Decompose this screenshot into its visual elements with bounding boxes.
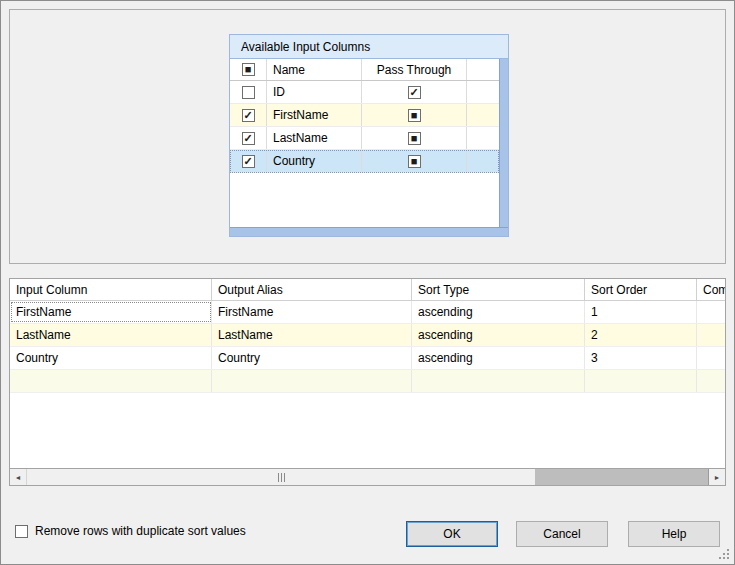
select-all-cell[interactable]: ■ xyxy=(230,59,267,80)
pass-through-checkbox[interactable]: ✓ xyxy=(408,86,421,99)
help-button[interactable]: Help xyxy=(628,521,720,547)
sort-type-header[interactable]: Sort Type xyxy=(412,279,585,300)
sort-settings-grid: Input Column Output Alias Sort Type Sort… xyxy=(9,278,726,486)
column-row-country[interactable]: ✓ Country ■ xyxy=(230,150,499,173)
sort-order-header[interactable]: Sort Order xyxy=(585,279,697,300)
pass-through-cell[interactable]: ■ xyxy=(362,104,467,126)
sort-order-cell[interactable]: 2 xyxy=(585,324,697,346)
column-name-label: ID xyxy=(267,81,362,103)
comparison-flags-cell[interactable] xyxy=(697,347,725,369)
row-filler xyxy=(467,127,499,149)
ok-button[interactable]: OK xyxy=(406,521,498,547)
remove-duplicates-label[interactable]: Remove rows with duplicate sort values xyxy=(35,524,246,538)
remove-duplicates-checkbox[interactable] xyxy=(15,525,28,538)
resize-grip-icon xyxy=(718,548,720,550)
scroll-right-arrow-icon: ► xyxy=(714,474,721,481)
column-checkbox-cell[interactable]: ✓ xyxy=(230,104,267,126)
available-input-columns-panel: Available Input Columns ■ Name Pass Thro… xyxy=(229,34,509,237)
name-column-header[interactable]: Name xyxy=(267,59,362,80)
sort-row-new[interactable] xyxy=(10,370,725,393)
output-alias-cell[interactable]: LastName xyxy=(212,324,412,346)
available-columns-header-row: ■ Name Pass Through xyxy=(230,59,499,81)
input-column-cell[interactable]: Country xyxy=(10,347,212,369)
select-all-checkbox[interactable]: ■ xyxy=(242,63,255,76)
input-column-cell[interactable]: LastName xyxy=(10,324,212,346)
scrollbar-thumb[interactable] xyxy=(27,469,535,485)
output-alias-cell[interactable] xyxy=(212,370,412,392)
comparison-flags-cell[interactable] xyxy=(697,324,725,346)
column-checkbox-cell[interactable]: ✓ xyxy=(230,150,267,172)
scrollbar-track[interactable] xyxy=(535,469,708,485)
column-checkbox-cell[interactable]: ✓ xyxy=(230,127,267,149)
pass-through-checkbox[interactable]: ■ xyxy=(408,132,421,145)
row-filler xyxy=(467,104,499,126)
sort-order-cell[interactable] xyxy=(585,370,697,392)
scroll-right-button[interactable]: ► xyxy=(708,469,725,485)
comparison-flags-cell[interactable] xyxy=(697,301,725,323)
sort-grid-header-row: Input Column Output Alias Sort Type Sort… xyxy=(10,279,725,301)
pass-through-cell[interactable]: ✓ xyxy=(362,81,467,103)
pass-through-checkbox[interactable]: ■ xyxy=(408,109,421,122)
sort-type-cell[interactable]: ascending xyxy=(412,347,585,369)
column-select-checkbox[interactable] xyxy=(242,86,255,99)
sort-type-cell[interactable] xyxy=(412,370,585,392)
row-filler xyxy=(467,81,499,103)
sort-grid-horizontal-scrollbar[interactable]: ◄ ► xyxy=(10,468,725,485)
available-input-columns-title: Available Input Columns xyxy=(229,34,509,59)
sort-order-cell[interactable]: 1 xyxy=(585,301,697,323)
output-alias-cell[interactable]: FirstName xyxy=(212,301,412,323)
sort-type-cell[interactable]: ascending xyxy=(412,324,585,346)
column-row-id[interactable]: ID ✓ xyxy=(230,81,499,104)
input-column-cell[interactable]: FirstName xyxy=(10,301,212,323)
column-select-checkbox[interactable]: ✓ xyxy=(242,132,255,145)
sort-row[interactable]: Country Country ascending 3 xyxy=(10,347,725,370)
available-input-columns-grid: ■ Name Pass Through ID ✓ xyxy=(229,59,509,237)
pass-through-cell[interactable]: ■ xyxy=(362,150,467,172)
resize-grip[interactable] xyxy=(718,548,730,560)
output-alias-header[interactable]: Output Alias xyxy=(212,279,412,300)
remove-duplicates-option[interactable]: Remove rows with duplicate sort values xyxy=(15,524,246,538)
sort-row[interactable]: FirstName FirstName ascending 1 xyxy=(10,301,725,324)
column-row-lastname[interactable]: ✓ LastName ■ xyxy=(230,127,499,150)
input-column-cell[interactable] xyxy=(10,370,212,392)
sort-transformation-dialog: Available Input Columns ■ Name Pass Thro… xyxy=(0,0,735,565)
column-checkbox-cell[interactable] xyxy=(230,81,267,103)
column-name-label: Country xyxy=(267,150,362,172)
column-select-checkbox[interactable]: ✓ xyxy=(242,155,255,168)
comparison-flags-cell[interactable] xyxy=(697,370,725,392)
available-columns-horizontal-scrollbar[interactable] xyxy=(230,227,508,236)
sort-row[interactable]: LastName LastName ascending 2 xyxy=(10,324,725,347)
available-columns-table: ■ Name Pass Through ID ✓ xyxy=(230,59,499,227)
input-column-header[interactable]: Input Column xyxy=(10,279,212,300)
cancel-button[interactable]: Cancel xyxy=(516,521,608,547)
header-filler xyxy=(467,59,499,80)
scroll-left-arrow-icon: ◄ xyxy=(15,474,22,481)
scrollbar-grip-icon xyxy=(281,473,282,482)
sort-type-cell[interactable]: ascending xyxy=(412,301,585,323)
output-alias-cell[interactable]: Country xyxy=(212,347,412,369)
column-select-checkbox[interactable]: ✓ xyxy=(242,109,255,122)
pass-through-column-header[interactable]: Pass Through xyxy=(362,59,467,80)
pass-through-checkbox[interactable]: ■ xyxy=(408,155,421,168)
available-columns-vertical-scrollbar[interactable] xyxy=(499,59,508,227)
scroll-left-button[interactable]: ◄ xyxy=(10,469,27,485)
column-name-label: FirstName xyxy=(267,104,362,126)
pass-through-cell[interactable]: ■ xyxy=(362,127,467,149)
input-columns-section: Available Input Columns ■ Name Pass Thro… xyxy=(9,9,726,264)
column-row-firstname[interactable]: ✓ FirstName ■ xyxy=(230,104,499,127)
column-name-label: LastName xyxy=(267,127,362,149)
sort-order-cell[interactable]: 3 xyxy=(585,347,697,369)
row-filler xyxy=(467,150,499,172)
comparison-flags-header[interactable]: Compa xyxy=(697,279,725,300)
